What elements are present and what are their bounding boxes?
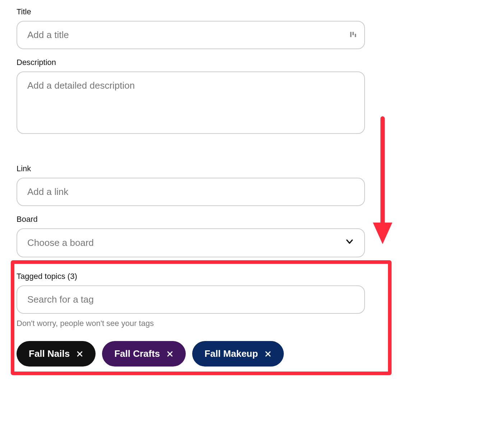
description-input[interactable] [17, 71, 365, 134]
annotation-arrow-icon [370, 115, 395, 249]
tag-chip-label: Fall Crafts [114, 348, 160, 359]
description-field-group: Description [17, 58, 365, 135]
title-input[interactable] [17, 21, 365, 49]
tag-chip-row: Fall NailsFall CraftsFall Makeup [17, 341, 365, 367]
pin-create-form: Title Description Link Board Choose a bo… [17, 7, 365, 367]
tag-search-input[interactable] [17, 285, 365, 314]
description-label: Description [17, 58, 365, 67]
board-select[interactable]: Choose a board [17, 228, 365, 257]
link-field-group: Link [17, 164, 365, 206]
link-input[interactable] [17, 178, 365, 206]
chevron-down-icon [345, 237, 354, 249]
svg-marker-4 [373, 223, 392, 244]
tagged-topics-label: Tagged topics (3) [17, 272, 365, 281]
link-label: Link [17, 164, 365, 173]
close-icon[interactable] [264, 350, 272, 358]
title-label: Title [17, 7, 365, 17]
tag-chip-label: Fall Makeup [204, 348, 258, 359]
tag-chip[interactable]: Fall Makeup [192, 341, 284, 367]
tag-chip[interactable]: Fall Nails [17, 341, 96, 367]
tag-chip[interactable]: Fall Crafts [102, 341, 186, 367]
board-label: Board [17, 215, 365, 224]
title-input-wrap [17, 21, 365, 49]
tagged-topics-section: Tagged topics (3) Don't worry, people wo… [17, 272, 365, 367]
board-field-group: Board Choose a board [17, 215, 365, 257]
close-icon[interactable] [166, 350, 174, 358]
board-select-placeholder: Choose a board [27, 237, 94, 248]
close-icon[interactable] [76, 350, 83, 358]
tags-help-text: Don't worry, people won't see your tags [17, 319, 365, 328]
title-field-group: Title [17, 7, 365, 49]
tag-chip-label: Fall Nails [29, 348, 70, 359]
